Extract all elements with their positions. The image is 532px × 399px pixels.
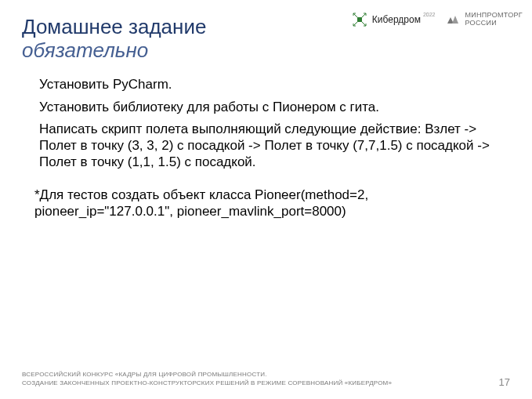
svg-rect-2	[357, 18, 361, 22]
footer-text: ВСЕРОССИЙСКИЙ КОНКУРС «КАДРЫ ДЛЯ ЦИФРОВО…	[22, 371, 392, 388]
paragraph-3: Написать скрипт полета выполняющий следу…	[39, 122, 504, 170]
minpromtorg-icon	[446, 13, 460, 27]
logo-bar: Кибердром 2022 МИНПРОМТОРГ РОССИИ	[351, 11, 523, 28]
minpromtorg-text: МИНПРОМТОРГ РОССИИ	[465, 12, 523, 27]
kiberdrom-label: Кибердром	[372, 14, 421, 25]
footer-line2: СОЗДАНИЕ ЗАКОНЧЕННЫХ ПРОЕКТНО-КОНСТРУКТО…	[22, 379, 392, 386]
footer: ВСЕРОССИЙСКИЙ КОНКУРС «КАДРЫ ДЛЯ ЦИФРОВО…	[22, 371, 510, 388]
minpromtorg-logo: МИНПРОМТОРГ РОССИИ	[446, 12, 523, 27]
kiberdrom-year: 2022	[423, 12, 436, 17]
minpromtorg-line2: РОССИИ	[465, 19, 497, 27]
kiberdrom-icon	[351, 11, 368, 28]
paragraph-2: Установить библиотеку для работы с Пионе…	[39, 100, 504, 116]
footer-line1: ВСЕРОССИЙСКИЙ КОНКУРС «КАДРЫ ДЛЯ ЦИФРОВО…	[22, 371, 267, 378]
note-text: *Для тестов создать объект класса Pionee…	[34, 187, 504, 219]
minpromtorg-line1: МИНПРОМТОРГ	[465, 11, 523, 19]
page-subtitle: обязательно	[22, 39, 510, 63]
body-content: Установить PyCharm. Установить библиотек…	[39, 77, 504, 171]
paragraph-1: Установить PyCharm.	[39, 77, 504, 93]
page-number: 17	[499, 376, 510, 388]
kiberdrom-logo: Кибердром 2022	[351, 11, 436, 28]
slide: Кибердром 2022 МИНПРОМТОРГ РОССИИ Домашн…	[0, 0, 532, 399]
